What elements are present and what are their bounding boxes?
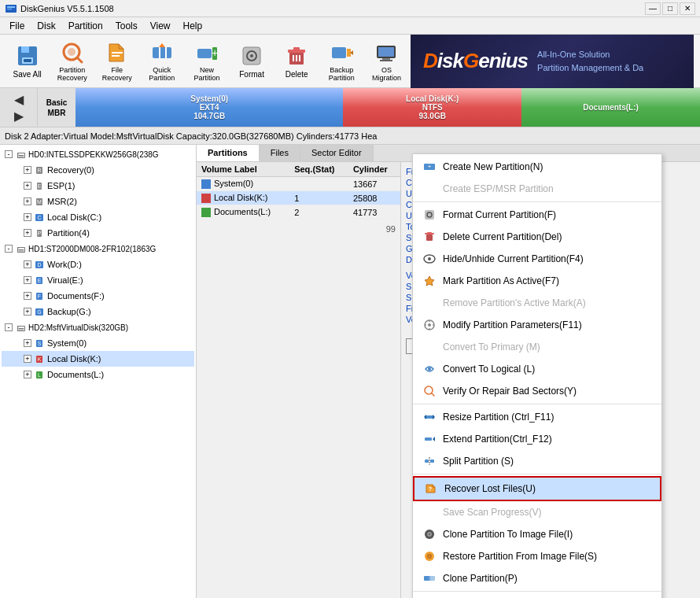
- close-button[interactable]: ✕: [680, 2, 695, 15]
- tree-node-local-c[interactable]: + C Local Disk(C:): [2, 209, 194, 225]
- tree-node-recovery[interactable]: + R Recovery(0): [2, 162, 194, 178]
- save-all-button[interactable]: Save All: [6, 39, 48, 84]
- partition-cylinder-documents-l: 41773: [348, 205, 400, 220]
- svg-rect-6: [24, 59, 31, 62]
- svg-text:?: ?: [429, 486, 432, 492]
- ctx-format-current[interactable]: Format Current Partition(F): [413, 204, 661, 226]
- tree-toggle-esp[interactable]: +: [24, 182, 31, 190]
- tree-toggle-hd0[interactable]: -: [5, 150, 13, 158]
- tree-toggle-documents-f[interactable]: +: [24, 292, 31, 300]
- tab-sector-editor[interactable]: Sector Editor: [300, 145, 374, 161]
- tab-partitions[interactable]: Partitions: [197, 145, 260, 161]
- tree-label-work-d: Work(D:): [47, 260, 82, 269]
- ctx-hide-unhide[interactable]: Hide/Unhide Current Partition(F4): [413, 248, 661, 270]
- tree-toggle-partition4[interactable]: +: [24, 229, 31, 237]
- tree-node-work-d[interactable]: + D Work(D:): [2, 257, 194, 272]
- ctx-label-convert-to-logical: Convert To Logical (L): [443, 364, 652, 375]
- ctx-split-partition[interactable]: Split Partition (S): [413, 450, 661, 472]
- disk-type-label: BasicMBR: [38, 88, 76, 127]
- ctx-create-new-partition[interactable]: + Create New Partition(N): [413, 156, 661, 178]
- partition-row-documents-l[interactable]: Documents(L:) 2 41773: [197, 205, 400, 220]
- ctx-icon-esp-msr: [422, 182, 437, 196]
- minimize-button[interactable]: —: [645, 2, 661, 15]
- delete-button[interactable]: Delete: [276, 39, 318, 84]
- os-migration-button[interactable]: OS Migration: [366, 39, 407, 84]
- ctx-restore-from-image[interactable]: Restore Partition From Image File(S): [413, 545, 661, 567]
- tree-toggle-system0[interactable]: +: [24, 339, 31, 347]
- tree-toggle-local-c[interactable]: +: [24, 213, 31, 221]
- tree-toggle-hd2[interactable]: -: [5, 323, 13, 331]
- app-icon: [5, 2, 17, 15]
- ctx-resize-partition[interactable]: Resize Partition (Ctrl_F11): [413, 406, 661, 428]
- tree-toggle-documents-l[interactable]: +: [24, 371, 31, 378]
- menu-file[interactable]: File: [3, 19, 31, 33]
- ctx-extend-partition[interactable]: Extend Partition(Ctrl_F12): [413, 428, 661, 450]
- ctx-label-mark-active: Mark Partition As Active(F7): [443, 275, 652, 286]
- tab-files[interactable]: Files: [260, 145, 300, 161]
- ctx-verify-repair[interactable]: Verify Or Repair Bad Sectors(Y): [413, 380, 661, 402]
- ctx-label-remove-active-mark: Remove Partition's Active Mark(A): [443, 297, 652, 308]
- tree-label-documents-f: Documents(F:): [47, 291, 105, 301]
- tree-node-documents-f[interactable]: + F Documents(F:): [2, 288, 194, 304]
- ctx-clone-to-image[interactable]: Clone Partition To Image File(I): [413, 523, 661, 545]
- tree-label-recovery: Recovery(0): [47, 165, 94, 175]
- tree-toggle-work-d[interactable]: +: [24, 260, 31, 268]
- quick-partition-button[interactable]: QuickPartition: [141, 39, 182, 84]
- tree-node-backup-g[interactable]: + G Backup(G:): [2, 304, 194, 319]
- tree-toggle-recovery[interactable]: +: [24, 166, 31, 174]
- partition-icon-local-c: C: [33, 211, 46, 223]
- new-partition-label: NewPartition: [193, 66, 219, 82]
- nav-back-icon[interactable]: ◀: [14, 92, 24, 107]
- svg-line-8: [77, 57, 82, 62]
- tree-toggle-local-k[interactable]: +: [24, 355, 31, 363]
- tree-node-local-k[interactable]: + K Local Disk(K:): [2, 351, 194, 367]
- ctx-convert-to-logical[interactable]: Convert To Logical (L): [413, 358, 661, 380]
- tree-toggle-backup-g[interactable]: +: [24, 308, 31, 316]
- svg-marker-57: [433, 437, 435, 441]
- menu-disk[interactable]: Disk: [31, 19, 61, 33]
- partition-row-local-k[interactable]: Local Disk(K:) 1 25808: [197, 191, 400, 205]
- partition-row-system[interactable]: System(0) 13667: [197, 177, 400, 191]
- tree-node-hd2[interactable]: - 🖴 HD2:MsftVirtualDisk(320GB): [2, 319, 194, 335]
- ctx-clone-partition[interactable]: Clone Partition(P): [413, 567, 661, 589]
- file-recovery-button[interactable]: FileRecovery: [96, 39, 138, 84]
- svg-rect-11: [112, 55, 120, 57]
- tree-node-hd0[interactable]: - 🖴 HD0:INTELSSDPEKKW256G8(238G: [2, 146, 194, 162]
- menu-view[interactable]: View: [144, 19, 177, 33]
- ctx-label-save-scan-progress: Save Scan Progress(V): [443, 507, 652, 518]
- new-partition-button[interactable]: + NewPartition: [186, 39, 227, 84]
- col-cylinder: Cylinder: [348, 162, 400, 177]
- partition-seq-system: [289, 177, 348, 191]
- ctx-delete-current[interactable]: Delete Current Partition(Del): [413, 226, 661, 248]
- svg-rect-36: [425, 210, 434, 220]
- partition-segment-local-k[interactable]: Local Disk(K:) NTFS 93.0GB: [343, 88, 521, 127]
- partition-recovery-button[interactable]: PartitionRecovery: [51, 39, 93, 84]
- nav-forward-icon[interactable]: ▶: [14, 109, 24, 124]
- tree-node-partition4[interactable]: + P Partition(4): [2, 225, 194, 241]
- tree-toggle-hd1[interactable]: -: [5, 245, 13, 253]
- partition-icon-msr: M: [33, 195, 46, 208]
- tree-toggle-virual-e[interactable]: +: [24, 276, 31, 284]
- partition-label-local-k: Local Disk(K:): [197, 191, 289, 205]
- maximize-button[interactable]: □: [662, 2, 678, 15]
- tree-node-documents-l[interactable]: + L Documents(L:): [2, 367, 194, 382]
- tree-toggle-msr[interactable]: +: [24, 197, 31, 205]
- ctx-mark-active[interactable]: Mark Partition As Active(F7): [413, 270, 661, 292]
- partition-segment-system[interactable]: System(0) EXT4 104.7GB: [76, 88, 343, 127]
- svg-marker-43: [425, 276, 434, 286]
- ctx-recover-lost-files[interactable]: ? Recover Lost Files(U): [413, 476, 661, 501]
- menu-partition[interactable]: Partition: [62, 19, 109, 33]
- partition-segment-documents[interactable]: Documents(L:): [521, 88, 700, 127]
- tree-node-msr[interactable]: + M MSR(2): [2, 194, 194, 209]
- tree-node-esp[interactable]: + E ESP(1): [2, 178, 194, 194]
- menu-help[interactable]: Help: [177, 19, 209, 33]
- tree-label-system0: System(0): [47, 338, 87, 348]
- ctx-erase-free-space[interactable]: Erase Free Space(E): [413, 593, 661, 598]
- tree-node-virual-e[interactable]: + E Virual(E:): [2, 272, 194, 288]
- ctx-modify-parameters[interactable]: Modify Partition Parameters(F11): [413, 314, 661, 336]
- backup-partition-button[interactable]: BackupPartition: [321, 39, 363, 84]
- menu-tools[interactable]: Tools: [109, 19, 144, 33]
- format-button[interactable]: Format: [231, 39, 273, 84]
- tree-node-hd1[interactable]: - 🖴 HD1:ST2000DM008-2FR102(1863G: [2, 241, 194, 257]
- tree-node-system0[interactable]: + S System(0): [2, 335, 194, 351]
